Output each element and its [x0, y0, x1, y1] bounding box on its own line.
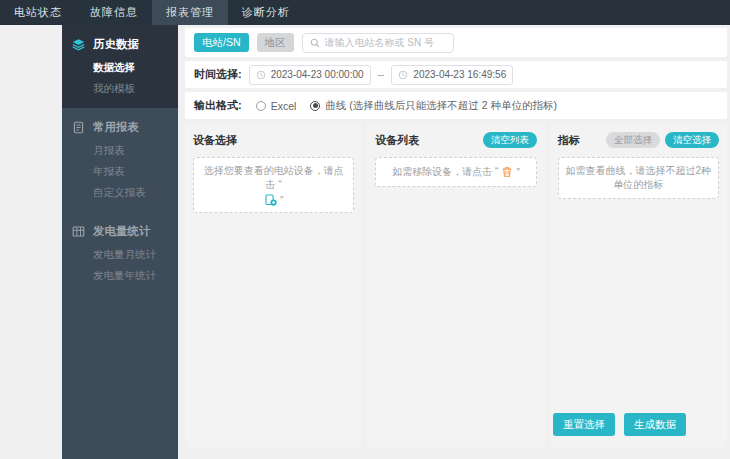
- sidebar-item-my-templates[interactable]: 我的模板: [62, 78, 178, 99]
- search-row: 电站/SN 地区: [185, 28, 727, 57]
- device-select-title: 设备选择: [193, 133, 237, 148]
- add-device-icon[interactable]: [265, 194, 277, 206]
- clear-list-button[interactable]: 清空列表: [483, 132, 537, 148]
- sidebar-group-history-data: 历史数据 数据选择 我的模板: [62, 25, 178, 108]
- generate-data-button[interactable]: 生成数据: [624, 413, 686, 436]
- tab-station-sn[interactable]: 电站/SN: [194, 33, 249, 52]
- main-content: 电站/SN 地区 时间选择: 2023-04-23 00:00:00 -- 20…: [178, 25, 730, 459]
- nav-fault-info[interactable]: 故障信息: [76, 0, 152, 25]
- radio-unchecked-icon: [256, 101, 266, 111]
- device-select-hint-quote: ”: [280, 195, 283, 206]
- device-select-hint: 选择您要查看的电站设备，请点击 “ ”: [193, 157, 354, 213]
- device-list-hint-quote: ”: [516, 167, 519, 178]
- select-all-button[interactable]: 全部选择: [606, 132, 660, 148]
- device-list-hint: 如需移除设备，请点击 “ ”: [375, 157, 536, 187]
- start-datetime-input[interactable]: 2023-04-23 00:00:00: [249, 65, 371, 85]
- sidebar-group-label: 发电量统计: [93, 224, 151, 239]
- indicators-title: 指标: [558, 133, 580, 148]
- sidebar-group-power-statistics: 发电量统计 发电量月统计 发电量年统计: [62, 212, 178, 295]
- sidebar-item-monthly-report[interactable]: 月报表: [62, 140, 178, 161]
- output-format-label: 输出格式:: [194, 98, 242, 113]
- indicators-panel-header: 指标 全部选择 清空选择: [558, 131, 719, 149]
- reset-selection-button[interactable]: 重置选择: [553, 413, 615, 436]
- device-list-title: 设备列表: [375, 133, 419, 148]
- nav-station-status[interactable]: 电站状态: [0, 0, 76, 25]
- time-select-row: 时间选择: 2023-04-23 00:00:00 -- 2023-04-23 …: [185, 61, 727, 88]
- clock-icon: [256, 70, 266, 80]
- sidebar-item-custom-report[interactable]: 自定义报表: [62, 182, 178, 203]
- sidebar-item-power-yearly-stats[interactable]: 发电量年统计: [62, 265, 178, 286]
- indicators-hint: 如需查看曲线，请选择不超过2种单位的指标: [558, 157, 719, 199]
- time-select-label: 时间选择:: [194, 67, 242, 82]
- trash-icon[interactable]: [501, 166, 513, 178]
- device-select-hint-text: 选择您要查看的电站设备，请点击 “: [200, 164, 347, 192]
- sidebar-group-power-statistics-header[interactable]: 发电量统计: [62, 218, 178, 244]
- clock-icon: [398, 70, 408, 80]
- sidebar-group-common-reports: 常用报表 月报表 年报表 自定义报表: [62, 108, 178, 212]
- document-icon: [72, 121, 85, 134]
- station-search-box[interactable]: [302, 33, 454, 53]
- sidebar-item-data-selection[interactable]: 数据选择: [62, 57, 178, 78]
- device-select-panel: 设备选择 选择您要查看的电站设备，请点击 “ ”: [185, 123, 362, 448]
- grid-icon: [72, 225, 85, 238]
- tab-region[interactable]: 地区: [257, 33, 294, 52]
- end-datetime-value: 2023-04-23 16:49:56: [413, 69, 506, 80]
- device-list-panel: 设备列表 清空列表 如需移除设备，请点击 “ ”: [367, 123, 544, 448]
- device-list-hint-text: 如需移除设备，请点击 “: [392, 165, 498, 179]
- radio-curve[interactable]: 曲线 (选择曲线后只能选择不超过 2 种单位的指标): [310, 99, 557, 113]
- start-datetime-value: 2023-04-23 00:00:00: [271, 69, 364, 80]
- radio-curve-label: 曲线 (选择曲线后只能选择不超过 2 种单位的指标): [325, 99, 557, 113]
- top-navbar: 电站状态 故障信息 报表管理 诊断分析: [0, 0, 730, 25]
- layers-icon: [72, 38, 85, 51]
- device-select-panel-header: 设备选择: [193, 131, 354, 149]
- indicators-hint-text: 如需查看曲线，请选择不超过2种单位的指标: [565, 164, 712, 192]
- radio-checked-icon: [310, 101, 320, 111]
- sidebar-group-label: 常用报表: [93, 120, 139, 135]
- sidebar-group-history-header[interactable]: 历史数据: [62, 31, 178, 57]
- end-datetime-input[interactable]: 2023-04-23 16:49:56: [391, 65, 513, 85]
- sidebar: 历史数据 数据选择 我的模板 常用报表 月报表 年报表 自定义报表 发电量统计: [62, 25, 178, 459]
- radio-excel[interactable]: Excel: [256, 100, 297, 112]
- sidebar-item-power-monthly-stats[interactable]: 发电量月统计: [62, 244, 178, 265]
- panel-action-buttons: 重置选择 生成数据: [553, 413, 686, 436]
- search-icon: [310, 38, 320, 48]
- clear-selection-button[interactable]: 清空选择: [665, 132, 719, 148]
- device-list-panel-header: 设备列表 清空列表: [375, 131, 536, 149]
- output-format-row: 输出格式: Excel 曲线 (选择曲线后只能选择不超过 2 种单位的指标): [185, 92, 727, 119]
- time-range-separator: --: [378, 69, 385, 80]
- selection-panels: 设备选择 选择您要查看的电站设备，请点击 “ ” 设备列表 清空列表 如需移除设…: [185, 123, 727, 448]
- radio-excel-label: Excel: [271, 100, 297, 112]
- sidebar-group-label: 历史数据: [93, 37, 139, 52]
- nav-diagnostic-analysis[interactable]: 诊断分析: [228, 0, 304, 25]
- station-search-input[interactable]: [325, 37, 446, 48]
- nav-report-management[interactable]: 报表管理: [152, 0, 228, 25]
- sidebar-group-common-reports-header[interactable]: 常用报表: [62, 114, 178, 140]
- indicators-panel: 指标 全部选择 清空选择 如需查看曲线，请选择不超过2种单位的指标 重置选择 生…: [550, 123, 727, 448]
- sidebar-item-yearly-report[interactable]: 年报表: [62, 161, 178, 182]
